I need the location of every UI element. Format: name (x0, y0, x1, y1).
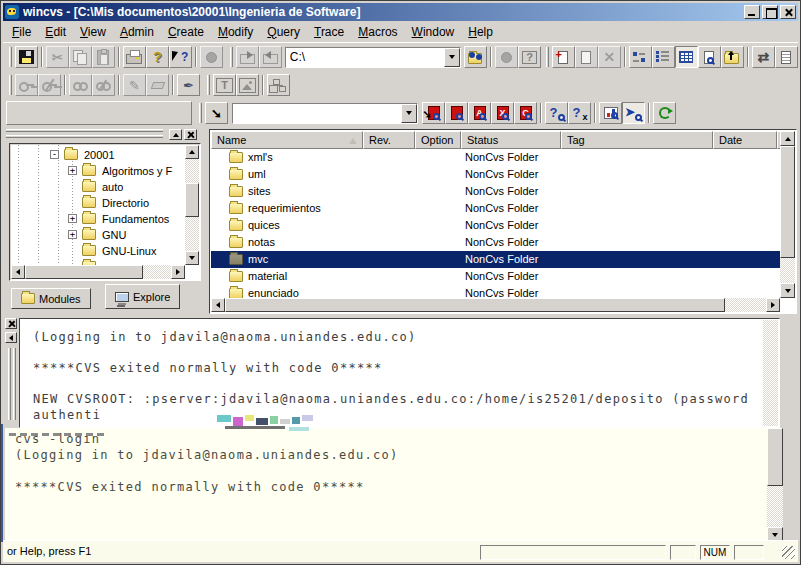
modules-tree-button[interactable] (267, 74, 290, 96)
toolbar-grip[interactable] (199, 103, 202, 123)
unedit-file-button[interactable] (146, 74, 169, 96)
print-button[interactable] (123, 46, 146, 68)
menu-item-admin[interactable]: Admin (113, 23, 161, 41)
collapse-expander-icon[interactable]: - (50, 150, 59, 159)
watch-button[interactable] (69, 74, 92, 96)
toolbar-grip[interactable] (546, 47, 549, 67)
scrollbar-thumb[interactable] (767, 428, 783, 486)
expand-expander-icon[interactable]: + (68, 166, 77, 175)
tree-item-20001[interactable]: - 20001 (11, 147, 185, 163)
list-item-uml[interactable]: umlNonCvs Folder (211, 166, 780, 183)
tree-item-fundamentos[interactable]: + Fundamentos (11, 211, 185, 227)
close-button[interactable] (780, 5, 796, 19)
swap-view-button[interactable]: ⇄ (752, 46, 775, 68)
macro-jump-button[interactable]: ➘ (205, 102, 228, 124)
stop-cvs-button[interactable] (495, 46, 518, 68)
filter-combobox-dropdown-button[interactable] (401, 104, 417, 123)
list-item-enunciado[interactable]: enunciadoNonCvs Folder (211, 285, 780, 298)
paste-button[interactable] (92, 46, 115, 68)
list-item-sites[interactable]: sitesNonCvs Folder (211, 183, 780, 200)
menu-item-view[interactable]: View (73, 23, 113, 41)
login-button[interactable] (15, 74, 38, 96)
context-help-button[interactable]: ? (169, 46, 192, 68)
filter-combobox-value[interactable] (233, 104, 401, 123)
scroll-up-button[interactable] (185, 145, 199, 159)
logout-button[interactable] (38, 74, 61, 96)
list-item-notas[interactable]: notasNonCvs Folder (211, 234, 780, 251)
path-combobox-value[interactable]: C:\ (286, 48, 444, 67)
maximize-button[interactable] (762, 5, 778, 19)
list-item-xmls[interactable]: xml'sNonCvs Folder (211, 149, 780, 166)
dock-gripper[interactable] (13, 348, 16, 420)
browse-location-button[interactable] (464, 46, 487, 68)
import-module-button[interactable] (259, 46, 282, 68)
list-item-mvc-selected[interactable]: mvcNonCvs Folder (211, 251, 780, 268)
add-cvs-button[interactable]: A (468, 102, 491, 124)
column-header-date[interactable]: Date (713, 131, 777, 149)
tree-item-directorio[interactable]: Directorio (11, 195, 185, 211)
dock-gripper[interactable] (6, 135, 163, 138)
list-vertical-scrollbar[interactable] (780, 131, 795, 298)
dock-gripper[interactable] (6, 129, 163, 132)
tree-item-gnu[interactable]: + GNU (11, 227, 185, 243)
scroll-left-button[interactable] (11, 265, 25, 279)
tab-explore[interactable]: Explore (105, 284, 180, 309)
release-button[interactable]: ✒ (177, 74, 200, 96)
add-files-button[interactable] (575, 46, 598, 68)
status-button[interactable]: ?x (568, 102, 591, 124)
menu-item-edit[interactable]: Edit (38, 23, 73, 41)
menu-item-modify[interactable]: Modify (211, 23, 260, 41)
edit-file-button[interactable]: ✎ (123, 74, 146, 96)
cut-button[interactable]: ✂ (46, 46, 69, 68)
menu-item-create[interactable]: Create (161, 23, 211, 41)
help-button[interactable]: ? (146, 46, 169, 68)
console-close-button[interactable] (5, 318, 17, 329)
tree-horizontal-scrollbar[interactable] (11, 265, 185, 279)
binary-mode-button[interactable] (236, 74, 259, 96)
refresh-button[interactable] (653, 102, 676, 124)
list-item-requerimientos[interactable]: requerimientosNonCvs Folder (211, 200, 780, 217)
scrollbar-thumb[interactable] (25, 265, 143, 279)
column-header-name[interactable]: Name (211, 131, 363, 149)
copy-button[interactable] (69, 46, 92, 68)
expand-expander-icon[interactable]: + (68, 230, 77, 239)
tag-button[interactable]: C (514, 102, 537, 124)
menu-item-query[interactable]: Query (260, 23, 307, 41)
scroll-down-button[interactable] (185, 251, 199, 265)
scroll-left-button[interactable] (211, 298, 225, 312)
list-item-material[interactable]: materialNonCvs Folder (211, 268, 780, 285)
add-file-button[interactable]: + (552, 46, 575, 68)
query-update-button[interactable]: ? (545, 102, 568, 124)
menu-item-window[interactable]: Window (405, 23, 462, 41)
update-button[interactable]: ➘ (422, 102, 445, 124)
console-vertical-scrollbar[interactable] (763, 320, 778, 426)
list-horizontal-scrollbar[interactable] (211, 298, 780, 312)
tree-vertical-scrollbar[interactable] (185, 145, 199, 265)
column-header-tag[interactable]: Tag (561, 131, 713, 149)
dock-expand-button[interactable] (169, 129, 182, 140)
scrollbar-thumb[interactable] (225, 298, 725, 312)
list-view-button[interactable] (652, 46, 675, 68)
console-collapse-button[interactable] (5, 332, 17, 343)
parent-folder-button[interactable] (721, 46, 744, 68)
unwatch-button[interactable] (92, 74, 115, 96)
dock-close-button[interactable] (184, 129, 197, 140)
column-header-rev[interactable]: Rev. (363, 131, 415, 149)
search-files-button[interactable] (698, 46, 721, 68)
scrollbar-thumb[interactable] (185, 183, 199, 217)
commit-button[interactable] (445, 102, 468, 124)
details-view-button[interactable] (675, 46, 698, 68)
scroll-up-button[interactable] (780, 131, 795, 146)
list-item-quices[interactable]: quicesNonCvs Folder (211, 217, 780, 234)
remove-cvs-button[interactable]: X (491, 102, 514, 124)
file-report-button[interactable] (775, 46, 798, 68)
tree-item-gnu-linux[interactable]: GNU-Linux (11, 243, 185, 259)
toolbar-grip[interactable] (9, 75, 12, 95)
explore-view-button[interactable]: ➤ (622, 102, 645, 124)
tab-modules[interactable]: Modules (11, 288, 91, 309)
path-combobox[interactable]: C:\ (285, 47, 461, 68)
resize-grip[interactable] (782, 546, 795, 559)
scroll-right-button[interactable] (171, 265, 185, 279)
expand-expander-icon[interactable]: + (68, 214, 77, 223)
overlay-vertical-scrollbar[interactable] (767, 428, 783, 542)
